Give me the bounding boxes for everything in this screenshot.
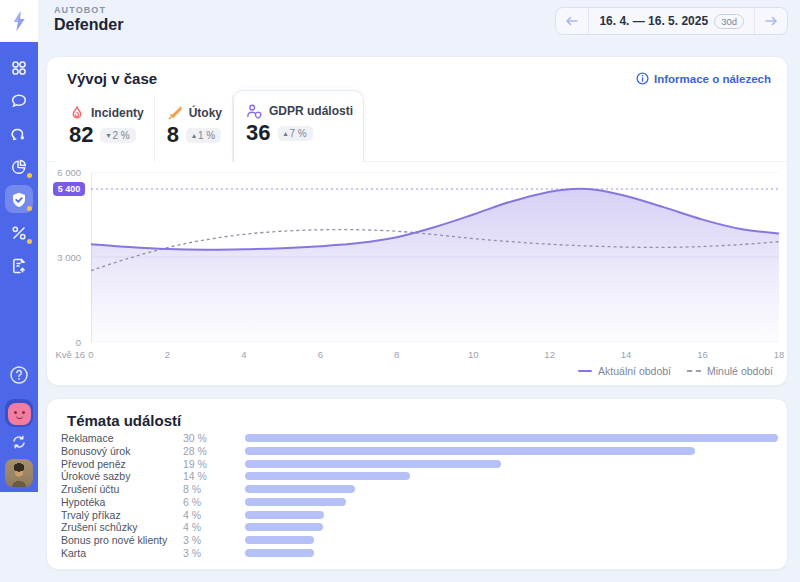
- x-axis-month-label: Kvě 16: [49, 349, 85, 360]
- tab-utoky[interactable]: Útoky 8 ▴ 1 %: [155, 95, 233, 162]
- sidebar-nav: [0, 42, 38, 492]
- app-logo[interactable]: [0, 0, 38, 42]
- legend-label: Aktuální období: [598, 365, 671, 377]
- date-range-picker: 16. 4. — 16. 5. 2025 30d: [555, 7, 788, 35]
- y-axis-tick: 0: [47, 337, 81, 348]
- notification-dot: [27, 206, 32, 211]
- legend-item-previous: Minulé období: [687, 365, 773, 377]
- topic-row: Zrušení schůzky4 %: [61, 521, 778, 533]
- topic-bar-track: [245, 549, 778, 557]
- sidebar-item-sync[interactable]: [0, 431, 38, 453]
- trend-chart: 5 400 03 0006 000 024681012141618 Kvě 16…: [47, 165, 789, 377]
- topic-label: Zrušení schůzky: [61, 521, 183, 533]
- topic-bar-track: [245, 536, 778, 544]
- x-axis-tick: 18: [769, 349, 789, 360]
- tab-delta-value: 7 %: [290, 128, 307, 139]
- notification-dot: [27, 173, 32, 178]
- lightning-bolt-icon: [9, 10, 29, 32]
- topic-label: Bonusový úrok: [61, 445, 183, 457]
- sidebar-item-chat[interactable]: [0, 84, 38, 117]
- trend-up-icon: ▴: [192, 131, 196, 140]
- metric-tabs: Incidenty 82 ▾ 2 % Útok: [57, 90, 364, 162]
- tab-value: 8: [167, 124, 179, 146]
- topic-bar-track: [245, 523, 778, 531]
- sidebar-item-conversations[interactable]: [0, 117, 38, 150]
- topic-bar-track: [245, 498, 778, 506]
- range-length-badge: 30d: [714, 14, 744, 29]
- mascot-eye: [14, 411, 17, 414]
- notification-dot: [27, 239, 32, 244]
- topic-bar[interactable]: [245, 498, 346, 506]
- next-period-button[interactable]: [754, 8, 787, 34]
- topic-percentage: 14 %: [183, 470, 209, 482]
- topics-card-title: Témata událostí: [67, 412, 181, 429]
- sword-icon: [167, 105, 183, 121]
- user-avatar[interactable]: [5, 459, 33, 487]
- mascot-eye: [22, 411, 25, 414]
- prev-period-button[interactable]: [556, 8, 589, 34]
- topic-bar[interactable]: [245, 460, 501, 468]
- topic-bar[interactable]: [245, 523, 323, 531]
- topic-bar[interactable]: [245, 549, 314, 557]
- tab-value: 82: [69, 124, 93, 146]
- page-title: Defender: [54, 16, 123, 34]
- topic-bar[interactable]: [245, 472, 410, 480]
- legend-item-current: Aktuální období: [578, 365, 671, 377]
- trend-card: Vývoj v čase Informace o nálezech Inc: [46, 56, 788, 386]
- tab-value: 36: [246, 122, 270, 144]
- topic-percentage: 28 %: [183, 445, 209, 457]
- topic-row: Reklamace30 %: [61, 432, 778, 444]
- topic-label: Bonus pro nové klienty: [61, 534, 183, 546]
- topic-percentage: 4 %: [183, 521, 209, 533]
- tab-incidenty[interactable]: Incidenty 82 ▾ 2 %: [57, 95, 155, 162]
- topic-bar[interactable]: [245, 434, 778, 442]
- topics-bar-chart: Reklamace30 %Bonusový úrok28 %Převod pen…: [61, 432, 778, 559]
- sidebar-item-help[interactable]: [0, 358, 38, 391]
- sidebar-item-export[interactable]: [0, 249, 38, 282]
- sidebar-item-analytics[interactable]: [0, 150, 38, 183]
- tab-label: Incidenty: [91, 106, 144, 120]
- topic-label: Karta: [61, 547, 183, 559]
- topic-percentage: 4 %: [183, 509, 209, 521]
- arrow-right-icon: [764, 15, 778, 27]
- topic-bar[interactable]: [245, 511, 324, 519]
- tab-gdpr-udalosti[interactable]: GDPR události 36 ▴ 7 %: [233, 90, 364, 162]
- brand-block: AUTOBOT Defender: [54, 5, 123, 34]
- chat-reply-icon: [9, 124, 29, 144]
- app-root: AUTOBOT Defender 16. 4. — 16. 5. 2025 30…: [0, 0, 800, 582]
- tab-delta-value: 1 %: [198, 130, 215, 141]
- topic-percentage: 6 %: [183, 496, 209, 508]
- findings-info-link[interactable]: Informace o nálezech: [636, 72, 771, 85]
- sidebar-item-dashboard[interactable]: [0, 51, 38, 84]
- sidebar-item-rates[interactable]: [0, 216, 38, 249]
- topic-bar[interactable]: [245, 485, 355, 493]
- topic-row: Zrušení účtu8 %: [61, 483, 778, 495]
- help-icon: [8, 364, 30, 386]
- assistant-mascot[interactable]: [5, 399, 33, 427]
- header: AUTOBOT Defender 16. 4. — 16. 5. 2025 30…: [38, 0, 800, 44]
- document-export-icon: [9, 256, 29, 276]
- date-range-display[interactable]: 16. 4. — 16. 5. 2025 30d: [589, 8, 754, 34]
- percent-icon: [9, 223, 29, 243]
- x-axis-tick: 14: [616, 349, 636, 360]
- tab-delta-badge: ▾ 2 %: [100, 128, 135, 143]
- topic-label: Úrokové sazby: [61, 470, 183, 482]
- topics-card-header: Témata událostí: [47, 399, 787, 429]
- topic-bar-track: [245, 511, 778, 519]
- x-axis-tick: 4: [234, 349, 254, 360]
- topic-bar-track: [245, 447, 778, 455]
- sidebar-item-defender[interactable]: [0, 183, 38, 216]
- tab-label: GDPR události: [269, 104, 353, 118]
- topic-bar[interactable]: [245, 447, 695, 455]
- topic-percentage: 19 %: [183, 458, 209, 470]
- trend-chart-plot: [91, 172, 779, 342]
- topic-row: Bonus pro nové klienty3 %: [61, 534, 778, 546]
- topic-bar[interactable]: [245, 536, 314, 544]
- topic-row: Převod peněz19 %: [61, 458, 778, 470]
- topic-row: Bonusový úrok28 %: [61, 445, 778, 457]
- topic-row: Trvalý příkaz4 %: [61, 509, 778, 521]
- sidebar: [0, 0, 38, 582]
- trend-down-icon: ▾: [106, 131, 110, 140]
- gdpr-person-icon: [246, 103, 263, 119]
- tab-label: Útoky: [189, 106, 222, 120]
